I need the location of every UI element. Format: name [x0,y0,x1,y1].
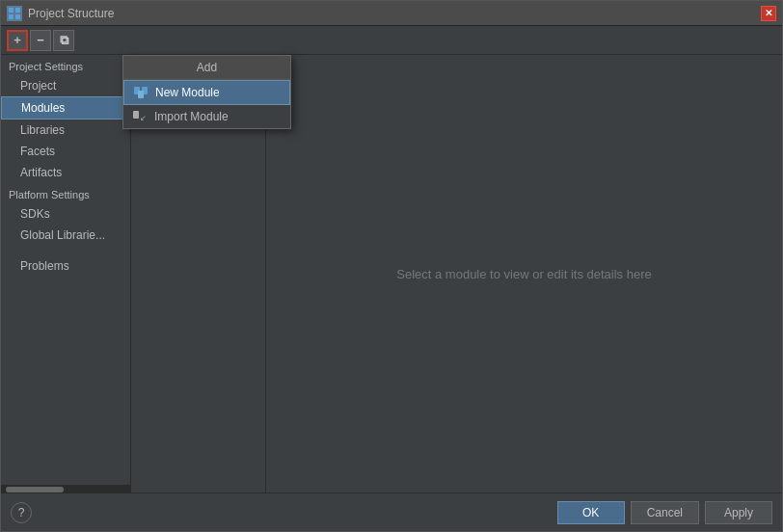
apply-button[interactable]: Apply [705,501,772,524]
sidebar-item-sdks[interactable]: SDKs [1,203,130,225]
sidebar-scrollbar-thumb [6,487,64,492]
project-settings-label: Project Settings [1,55,130,75]
sidebar-item-problems-label: Problems [20,259,69,273]
sidebar-item-problems[interactable]: Problems [1,255,130,277]
remove-button[interactable]: − [30,30,51,51]
right-panel: Select a module to view or edit its deta… [266,55,782,492]
platform-settings-label: Platform Settings [1,183,130,203]
sidebar-item-libraries-label: Libraries [20,123,65,137]
sidebar-item-artifacts-label: Artifacts [20,166,62,179]
sidebar-item-global-libraries-label: Global Librarie... [20,228,105,242]
sidebar-item-facets-label: Facets [20,145,55,158]
svg-rect-3 [15,14,20,19]
window-icon [7,6,22,21]
main-content: Project Settings Project Modules Librari… [1,55,782,492]
new-module-item[interactable]: New Module [123,80,290,105]
select-module-placeholder: Select a module to view or edit its deta… [396,267,651,281]
sidebar-item-facets[interactable]: Facets [1,141,130,162]
import-module-item[interactable]: ↙ Import Module [123,105,290,128]
cancel-button[interactable]: Cancel [631,501,699,524]
sidebar-item-project-label: Project [20,79,56,93]
svg-rect-0 [9,8,14,13]
sidebar-item-modules-label: Modules [21,101,65,115]
sidebar-item-modules[interactable]: Modules [1,96,130,120]
svg-text:↙: ↙ [140,114,147,122]
close-button[interactable]: ✕ [761,6,776,21]
svg-rect-1 [15,8,20,13]
window-title: Project Structure [28,7,114,20]
sidebar-item-project[interactable]: Project [1,75,130,96]
title-bar-left: Project Structure [7,6,114,21]
import-module-icon: ↙ [133,111,148,122]
add-button[interactable]: + [7,30,28,51]
project-structure-window: Project Structure ✕ + − ⧉ Add New Module [0,0,783,532]
sidebar-item-artifacts[interactable]: Artifacts [1,162,130,183]
svg-rect-6 [138,91,144,98]
toolbar: + − ⧉ [1,26,782,55]
import-module-label: Import Module [154,110,229,123]
action-buttons: OK Cancel Apply [557,501,772,524]
bottom-bar: ? OK Cancel Apply [1,492,782,531]
sidebar-scrollbar[interactable] [1,485,130,492]
sidebar-item-global-libraries[interactable]: Global Librarie... [1,225,130,246]
add-dropdown-menu: Add New Module ↙ Import Module [122,55,291,129]
new-module-icon [134,87,149,98]
new-module-label: New Module [155,86,220,99]
ok-button[interactable]: OK [557,501,625,524]
sidebar: Project Settings Project Modules Librari… [1,55,131,492]
help-button[interactable]: ? [11,502,32,523]
svg-rect-2 [9,14,14,19]
copy-button[interactable]: ⧉ [53,30,74,51]
sidebar-item-libraries[interactable]: Libraries [1,120,130,141]
svg-rect-7 [133,111,139,119]
title-bar: Project Structure ✕ [1,1,782,26]
dropdown-header: Add [123,56,290,80]
sidebar-item-sdks-label: SDKs [20,207,50,221]
